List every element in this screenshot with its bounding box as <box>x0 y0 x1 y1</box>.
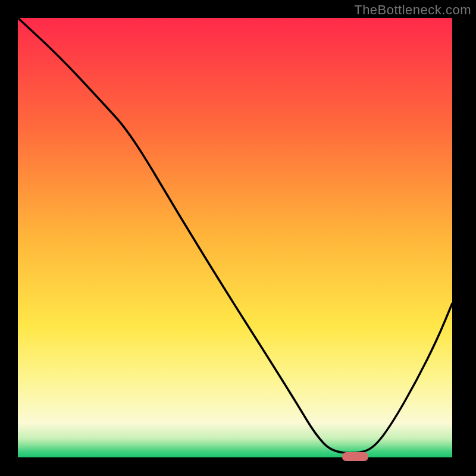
plot-gradient-background <box>18 18 452 458</box>
bottleneck-chart <box>0 0 476 476</box>
watermark-text: TheBottleneck.com <box>354 2 471 18</box>
optimal-zone-marker <box>342 452 368 461</box>
